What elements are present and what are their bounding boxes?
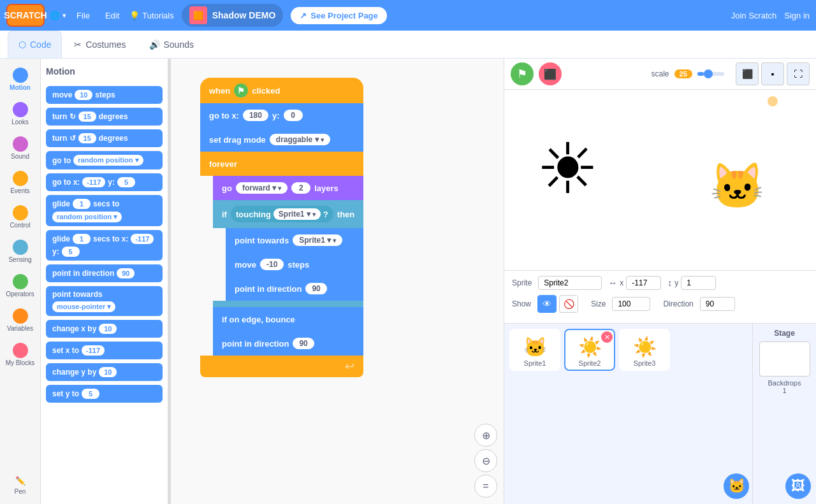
nav-right-links: Join Scratch Sign in	[731, 11, 810, 20]
backdrops-label: Backdrops	[768, 379, 801, 387]
block-set-drag-mode[interactable]: set drag mode draggable ▾	[200, 127, 363, 152]
stage-canvas: ☀ 🐱	[504, 90, 816, 270]
show-hidden-button[interactable]: 🚫	[559, 295, 578, 313]
zoom-out-icon: ⊖	[482, 455, 490, 467]
control-dot	[13, 205, 28, 220]
block-goto-random[interactable]: go to random position ▾	[46, 151, 163, 169]
stop-button[interactable]: ⬛	[539, 62, 562, 85]
events-dot	[13, 171, 28, 186]
block-point-dir-90a[interactable]: point in direction 90	[226, 277, 363, 301]
category-looks[interactable]: Looks	[3, 98, 38, 130]
scale-slider-thumb[interactable]	[704, 69, 713, 78]
sprite2-delete-button[interactable]: ✕	[601, 331, 613, 343]
forever-body: go forward ▾ 2 layers if touching	[213, 176, 363, 356]
flag-icon: ⚑	[234, 83, 248, 97]
sun-sprite[interactable]: ☀	[536, 128, 599, 210]
code-icon: ⬡	[18, 40, 26, 50]
sprite-thumb-sprite2[interactable]: ✕ ☀️ Sprite2	[564, 329, 615, 371]
sprite-thumb-sprite3[interactable]: ☀️ Sprite3	[619, 329, 670, 371]
sprite-info-panel: Sprite ↔ x ↕ y Show 👁 🚫	[504, 270, 816, 323]
block-point-towards-sprite1[interactable]: point towards Sprite1 ▾	[226, 228, 363, 252]
block-change-x[interactable]: change x by 10	[46, 320, 163, 338]
show-visible-button[interactable]: 👁	[537, 295, 557, 313]
scale-bar: scale 25	[645, 67, 731, 81]
see-project-button[interactable]: ↗ See Project Page	[291, 7, 387, 24]
scale-slider[interactable]	[697, 72, 724, 76]
block-move-steps[interactable]: move 10 steps	[46, 86, 163, 104]
zoom-in-icon: ⊕	[482, 429, 490, 442]
tab-costumes[interactable]: ✂ Costumes	[63, 31, 136, 58]
zoom-in-button[interactable]: ⊕	[474, 424, 497, 447]
category-sound[interactable]: Sound	[3, 133, 38, 164]
tab-code[interactable]: ⬡ Code	[8, 31, 62, 58]
block-point-direction[interactable]: point in direction 90	[46, 264, 163, 282]
block-goto-xy[interactable]: go to x: 180 y: 0	[200, 103, 363, 127]
sign-in-link[interactable]: Sign in	[784, 11, 810, 20]
add-backdrop-button[interactable]: 🖼	[785, 473, 811, 499]
category-pen[interactable]: ✏️ Pen	[3, 469, 38, 499]
sound-dot	[13, 136, 28, 152]
block-when-flag-clicked[interactable]: when ⚑ clicked	[200, 78, 363, 103]
project-title[interactable]: Shadow DEMO	[212, 10, 276, 20]
blocks-panel: Motion move 10 steps turn ↻ 15 degrees t…	[41, 59, 168, 504]
tutorials-button[interactable]: 💡 Tutorials	[129, 11, 173, 20]
block-go-layers[interactable]: go forward ▾ 2 layers	[213, 176, 363, 200]
zoom-controls: ⊕ ⊖ =	[474, 424, 497, 498]
add-sprite-button[interactable]: 🐱	[724, 473, 749, 499]
block-goto-xy[interactable]: go to x: -117 y: 5	[46, 173, 163, 191]
block-if-touching: if touching Sprite1 ▾ ? then	[213, 200, 363, 307]
block-turn-right[interactable]: turn ↻ 15 degrees	[46, 108, 163, 126]
sprite-size-input[interactable]	[612, 297, 650, 311]
large-stage-button[interactable]: ▪	[761, 62, 784, 85]
sensing-dot	[13, 240, 28, 255]
sprite-list: 🐱 Sprite1 ✕ ☀️ Sprite2 ☀️ Sprite3	[504, 324, 752, 504]
script-stack: when ⚑ clicked go to x: 180 y: 0 set dra…	[200, 78, 363, 377]
if-header[interactable]: if touching Sprite1 ▾ ? then	[213, 200, 363, 228]
motion-panel-title: Motion	[46, 64, 163, 79]
script-area[interactable]: when ⚑ clicked go to x: 180 y: 0 set dra…	[168, 59, 504, 504]
block-point-towards[interactable]: point towards mouse-pointer ▾	[46, 286, 163, 316]
sprite-x-input[interactable]	[626, 276, 661, 290]
zoom-out-button[interactable]: ⊖	[474, 449, 497, 472]
join-scratch-link[interactable]: Join Scratch	[731, 11, 777, 20]
category-operators[interactable]: Operators	[3, 270, 38, 302]
sprite-y-input[interactable]	[681, 276, 716, 290]
block-set-y[interactable]: set y to 5	[46, 385, 163, 403]
cat-sprite[interactable]: 🐱	[710, 160, 765, 212]
fit-screen-button[interactable]: =	[474, 475, 497, 498]
stage-area: ⚑ ⬛ scale 25 ⬛ ▪ ⛶	[504, 59, 816, 504]
block-change-y[interactable]: change y by 10	[46, 363, 163, 381]
category-sensing[interactable]: Sensing	[3, 236, 38, 268]
costume-icon: ✂	[74, 40, 82, 50]
pen-icon: ✏️	[13, 473, 28, 488]
category-myblocks[interactable]: My Blocks	[3, 339, 38, 371]
stage-thumbnail[interactable]	[759, 342, 810, 377]
sprite-name-input[interactable]	[538, 276, 602, 290]
forever-header[interactable]: forever	[200, 152, 363, 176]
block-set-x[interactable]: set x to -117	[46, 342, 163, 359]
small-stage-button[interactable]: ⬛	[736, 62, 759, 85]
block-point-dir-90b[interactable]: point in direction 90	[213, 331, 363, 356]
tab-sounds[interactable]: 🔊 Sounds	[138, 31, 205, 58]
scratch-logo[interactable]: SCRATCH	[6, 4, 45, 27]
block-turn-left[interactable]: turn ↺ 15 degrees	[46, 129, 163, 147]
block-glide-xy[interactable]: glide 1 secs to x: -117 y: 5	[46, 230, 163, 261]
sprite-direction-input[interactable]	[700, 297, 735, 311]
block-glide-random[interactable]: glide 1 secs to random position ▾	[46, 195, 163, 226]
green-flag-button[interactable]: ⚑	[511, 62, 534, 85]
sprite-thumb-sprite1[interactable]: 🐱 Sprite1	[509, 329, 560, 371]
category-control[interactable]: Control	[3, 201, 38, 233]
block-if-on-edge-bounce[interactable]: if on edge, bounce	[213, 307, 363, 331]
stage-panel-title: Stage	[774, 329, 795, 338]
globe-button[interactable]: 🌐 ▾	[50, 11, 66, 20]
category-motion[interactable]: Motion	[3, 64, 38, 96]
file-menu[interactable]: File	[71, 8, 95, 23]
editor-tabs: ⬡ Code ✂ Costumes 🔊 Sounds	[0, 31, 816, 59]
category-events[interactable]: Events	[3, 167, 38, 199]
category-variables[interactable]: Variables	[3, 305, 38, 336]
block-move-neg10[interactable]: move -10 steps	[226, 252, 363, 277]
edit-menu[interactable]: Edit	[100, 8, 124, 23]
fullscreen-icon: ⛶	[794, 69, 803, 79]
fullscreen-button[interactable]: ⛶	[787, 62, 810, 85]
panel-divider[interactable]	[168, 59, 171, 504]
